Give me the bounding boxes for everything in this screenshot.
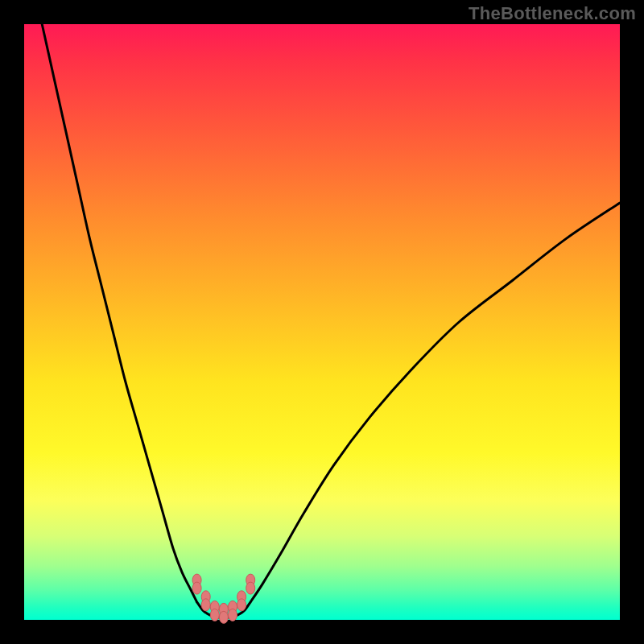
svg-point-7: [219, 611, 228, 623]
curve-group: [42, 24, 620, 617]
valley-marker: [210, 601, 219, 621]
svg-point-3: [201, 599, 210, 611]
chart-svg: [24, 24, 620, 620]
valley-marker: [219, 603, 228, 623]
svg-point-11: [237, 599, 246, 611]
svg-point-5: [210, 609, 219, 621]
svg-point-13: [246, 582, 255, 594]
valley-marker: [229, 601, 237, 621]
valley-marker: [201, 591, 210, 611]
bottleneck-curve: [42, 24, 620, 617]
watermark-text: TheBottleneck.com: [469, 3, 636, 24]
chart-plot-area: [24, 24, 620, 620]
valley-marker: [246, 574, 255, 594]
valley-marker: [192, 574, 201, 594]
valley-marker: [237, 591, 246, 611]
svg-point-1: [192, 582, 201, 594]
marker-group: [192, 574, 255, 623]
chart-frame: TheBottleneck.com: [0, 0, 644, 644]
svg-point-9: [229, 609, 237, 621]
